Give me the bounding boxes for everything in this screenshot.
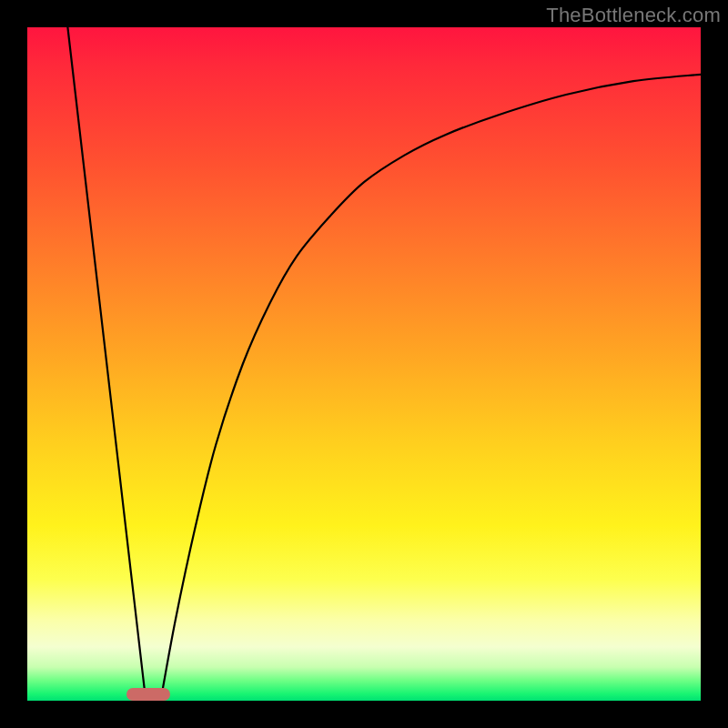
watermark-text: TheBottleneck.com <box>546 4 721 27</box>
curve-right-ascent <box>161 75 701 701</box>
chart-frame: TheBottleneck.com <box>0 0 728 728</box>
plot-area <box>27 27 701 701</box>
curve-svg <box>27 27 701 701</box>
minimum-marker <box>126 688 170 701</box>
curve-left-descent <box>67 27 146 701</box>
